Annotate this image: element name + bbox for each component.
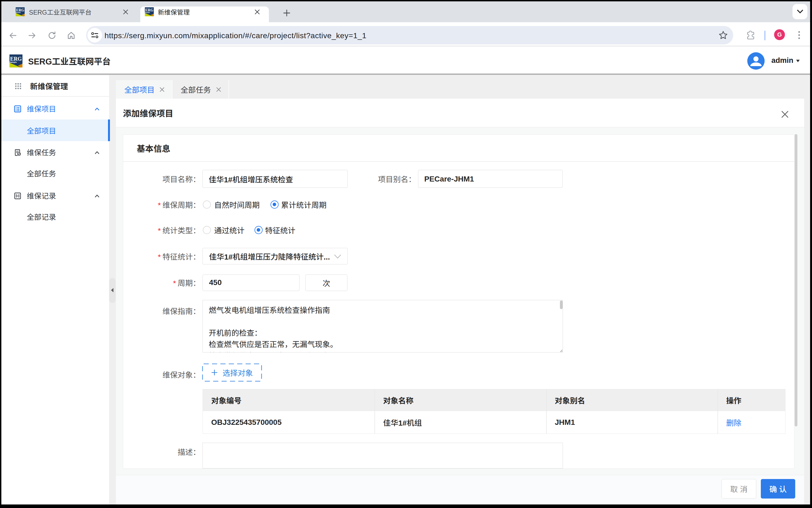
svg-text:Sample: Sample: [16, 12, 20, 13]
svg-text:Sample: Sample: [145, 12, 150, 13]
svg-text:Sample: Sample: [9, 61, 17, 64]
